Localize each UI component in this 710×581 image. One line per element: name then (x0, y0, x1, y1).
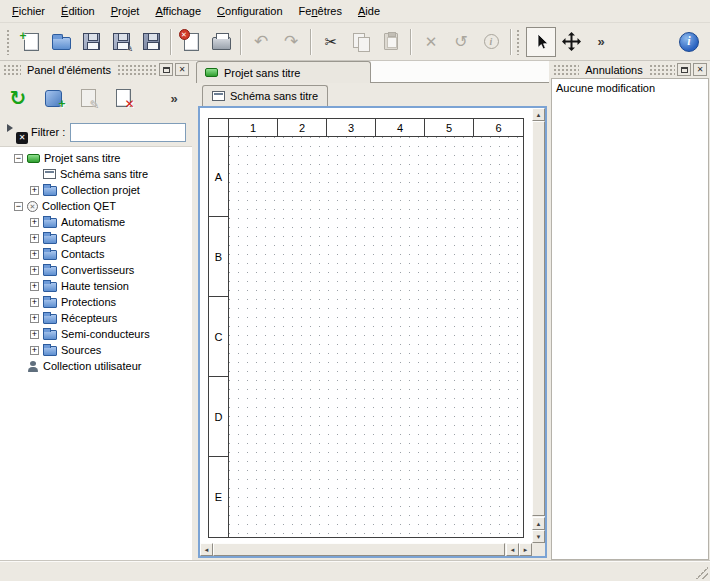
tab-schema-sans-titre[interactable]: Schéma sans titre (202, 85, 328, 106)
print-button[interactable] (206, 27, 236, 57)
dock-grip[interactable] (3, 64, 21, 75)
delete-element-button[interactable]: ✕ (109, 84, 137, 112)
undo-panel-titlebar[interactable]: Annulations ✕ (550, 61, 710, 78)
close-panel-button[interactable]: ✕ (693, 63, 707, 76)
tree-item-semi-conducteurs[interactable]: + Semi-conducteurs (0, 326, 192, 342)
close-file-button[interactable]: ✕ (176, 27, 206, 57)
diagram-view-frame: 1 2 3 4 5 6 A B C D (198, 106, 547, 558)
filter-input[interactable] (70, 123, 186, 142)
menu-affichage[interactable]: Affichage (147, 2, 209, 20)
menu-fichier[interactable]: Fichier (4, 2, 53, 20)
toolbar-overflow-button[interactable]: » (586, 27, 616, 57)
delete-button[interactable]: ✕ (416, 27, 446, 57)
close-panel-button[interactable]: ✕ (175, 63, 189, 76)
paste-button[interactable] (376, 27, 406, 57)
menu-text: rojet (118, 5, 139, 17)
tree-item-collection-utilisateur[interactable]: Collection utilisateur (0, 358, 192, 374)
edit-element-button[interactable]: ✎ (74, 84, 102, 112)
save-as-button[interactable]: ✎ (106, 27, 136, 57)
tree-item-contacts[interactable]: + Contacts (0, 246, 192, 262)
expand-icon[interactable]: + (30, 234, 39, 243)
expand-icon[interactable]: + (30, 346, 39, 355)
tree-item-automatisme[interactable]: + Automatisme (0, 214, 192, 230)
diagram-view[interactable]: 1 2 3 4 5 6 A B C D (200, 108, 532, 543)
expand-icon[interactable]: + (30, 218, 39, 227)
menu-projet[interactable]: Projet (103, 2, 148, 20)
menu-fenetres[interactable]: Fenêtres (291, 2, 350, 20)
tree-item-schema-sans-titre[interactable]: Schéma sans titre (0, 166, 192, 182)
open-project-button[interactable] (46, 27, 76, 57)
element-info-button[interactable]: i (476, 27, 506, 57)
folder-icon (43, 346, 57, 356)
new-project-button[interactable]: + (16, 27, 46, 57)
vertical-scrollbar[interactable]: ▲ ▲ ▼ (532, 108, 545, 543)
tree-item-collection-projet[interactable]: + Collection projet (0, 182, 192, 198)
toolbar-separator (240, 29, 242, 55)
collapse-icon[interactable]: − (14, 154, 23, 163)
tree-item-sources[interactable]: + Sources (0, 342, 192, 358)
dock-grip[interactable] (649, 64, 675, 75)
mdi-area: Projet sans titre Schéma sans titre 1 2 (196, 61, 549, 561)
menu-configuration[interactable]: Configuration (209, 2, 290, 20)
expand-icon[interactable]: + (30, 298, 39, 307)
new-element-button[interactable]: + (39, 84, 67, 112)
vertical-scrollbar-thumb[interactable] (532, 121, 545, 516)
float-panel-button[interactable] (677, 63, 691, 76)
about-button[interactable]: i (674, 27, 704, 57)
menu-edition[interactable]: Édition (53, 2, 103, 20)
rotate-button[interactable]: ↺ (446, 27, 476, 57)
tree-item-collection-qet[interactable]: − ✕ Collection QET (0, 198, 192, 214)
scroll-up-button[interactable]: ▲ (532, 108, 545, 121)
copy-button[interactable] (346, 27, 376, 57)
tree-item-haute-tension[interactable]: + Haute tension (0, 278, 192, 294)
diagram-canvas[interactable] (229, 137, 523, 537)
panel-overflow-button[interactable]: » (160, 84, 188, 112)
elements-panel: Panel d'éléments ✕ ↻ + ✎ ✕ » (0, 61, 192, 561)
scroll-right-button[interactable]: ► (519, 543, 532, 556)
resize-grip[interactable] (696, 567, 708, 579)
save-all-button[interactable] (136, 27, 166, 57)
tree-item-convertisseurs[interactable]: + Convertisseurs (0, 262, 192, 278)
statusbar (0, 561, 710, 581)
dock-grip[interactable] (553, 64, 579, 75)
tree-item-protections[interactable]: + Protections (0, 294, 192, 310)
tree-item-projet-sans-titre[interactable]: − Projet sans titre (0, 150, 192, 166)
reload-collections-button[interactable]: ↻ (4, 84, 32, 112)
redo-button[interactable]: ↷ (276, 27, 306, 57)
undo-list-item[interactable]: Aucune modification (556, 82, 704, 94)
horizontal-scrollbar-thumb[interactable] (213, 543, 505, 556)
select-tool-button[interactable] (526, 27, 556, 57)
dock-grip[interactable] (117, 64, 157, 75)
tree-item-label: Haute tension (61, 278, 129, 294)
expand-icon[interactable]: + (30, 282, 39, 291)
menu-aide[interactable]: Aide (350, 2, 388, 20)
elements-panel-titlebar[interactable]: Panel d'éléments ✕ (0, 61, 192, 78)
scroll-left-button[interactable]: ◄ (200, 543, 213, 556)
cut-button[interactable]: ✂ (316, 27, 346, 57)
toolbar-grip[interactable] (516, 29, 521, 55)
expand-icon[interactable]: + (30, 330, 39, 339)
toolbar-separator (510, 29, 512, 55)
toolbar-grip[interactable] (6, 29, 11, 55)
scroll-down-button[interactable]: ▼ (532, 530, 545, 543)
scroll-left-button[interactable]: ◄ (506, 543, 519, 556)
save-button[interactable] (76, 27, 106, 57)
tree-item-label: Sources (61, 342, 101, 358)
scroll-up-button[interactable]: ▲ (532, 517, 545, 530)
undo-button[interactable]: ↶ (246, 27, 276, 57)
expand-icon[interactable]: + (30, 266, 39, 275)
clear-filter-button[interactable]: ✕ (6, 124, 26, 140)
expand-icon[interactable]: + (30, 186, 39, 195)
undo-panel: Annulations ✕ Aucune modification (550, 61, 710, 561)
float-panel-button[interactable] (159, 63, 173, 76)
float-window-icon (681, 67, 688, 73)
collapse-icon[interactable]: − (14, 202, 23, 211)
pan-tool-button[interactable] (556, 27, 586, 57)
menu-mnemonic: F (12, 5, 19, 17)
tree-item-capteurs[interactable]: + Capteurs (0, 230, 192, 246)
horizontal-scrollbar[interactable]: ◄ ◄ ► (200, 543, 532, 556)
tab-projet-sans-titre[interactable]: Projet sans titre (196, 61, 371, 83)
expand-icon[interactable]: + (30, 250, 39, 259)
expand-icon[interactable]: + (30, 314, 39, 323)
tree-item-recepteurs[interactable]: + Récepteurs (0, 310, 192, 326)
